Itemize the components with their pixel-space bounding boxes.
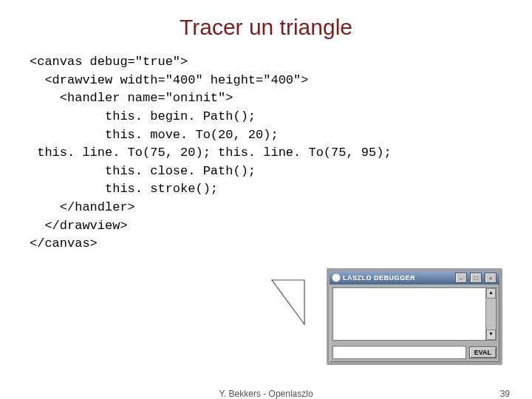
- scroll-down-icon[interactable]: ▼: [486, 330, 496, 340]
- code-line: <canvas debug="true">: [30, 55, 188, 69]
- code-block: <canvas debug="true"> <drawview width="4…: [0, 40, 532, 253]
- debugger-input[interactable]: [332, 346, 466, 359]
- laszlo-icon: [332, 274, 340, 282]
- code-line: this. begin. Path();: [30, 109, 256, 123]
- footer-author: Y. Bekkers - Openlaszlo: [219, 389, 313, 399]
- code-line: <drawview width="400" height="400">: [30, 73, 308, 87]
- scrollbar[interactable]: ▲ ▼: [485, 288, 496, 340]
- page-number: 39: [500, 389, 510, 399]
- code-line: </handler>: [30, 200, 135, 214]
- debugger-titlebar[interactable]: LASZLO DEBUGGER – □ ×: [330, 271, 499, 284]
- triangle-output: [260, 268, 319, 327]
- code-line: this. line. To(75, 20); this. line. To(7…: [30, 146, 392, 160]
- debugger-panel: LASZLO DEBUGGER – □ × ▲ ▼ EVAL: [327, 268, 502, 365]
- code-line: this. stroke();: [30, 182, 218, 196]
- code-line: </canvas>: [30, 236, 98, 250]
- code-line: <handler name="oninit">: [30, 91, 233, 105]
- code-line: this. close. Path();: [30, 164, 256, 178]
- eval-button[interactable]: EVAL: [469, 347, 497, 358]
- minimize-icon[interactable]: –: [455, 273, 467, 283]
- slide-title: Tracer un triangle: [0, 0, 532, 40]
- code-line: </drawview>: [30, 219, 128, 233]
- debugger-output: ▲ ▼: [332, 287, 497, 341]
- debugger-title: LASZLO DEBUGGER: [343, 274, 452, 282]
- close-icon[interactable]: ×: [485, 273, 497, 283]
- scroll-up-icon[interactable]: ▲: [486, 288, 496, 299]
- code-line: this. move. To(20, 20);: [30, 128, 279, 142]
- maximize-icon[interactable]: □: [470, 273, 482, 283]
